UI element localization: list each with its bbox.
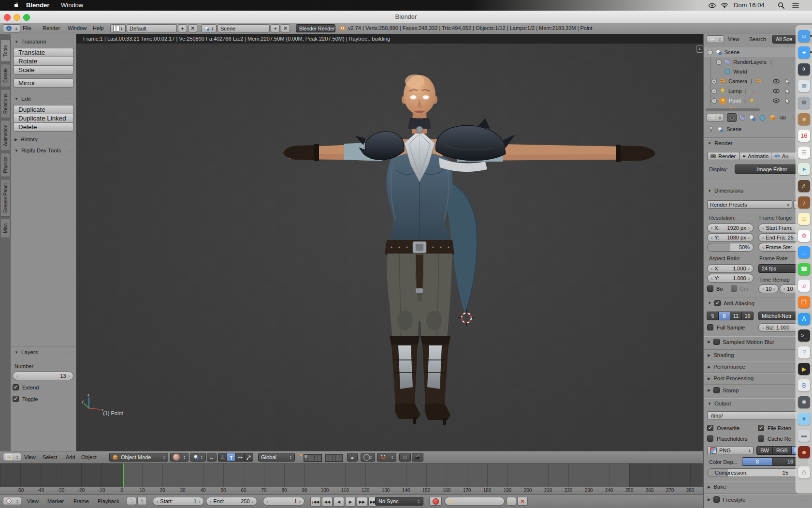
- full-sample-checkbox[interactable]: [707, 324, 713, 330]
- add-menu[interactable]: Add: [66, 454, 75, 460]
- dock-itunes[interactable]: ♫: [798, 280, 810, 292]
- manipulator-axis-button[interactable]: [218, 453, 227, 462]
- dock-question-mark-app[interactable]: ?: [798, 346, 810, 359]
- freestyle-section-header[interactable]: Freestyle: [708, 496, 807, 503]
- transform-orientation-dropdown[interactable]: Global: [258, 453, 295, 462]
- border-checkbox[interactable]: [707, 285, 713, 292]
- tab-misc[interactable]: Misc: [1, 219, 11, 238]
- dock-photos[interactable]: ✿: [798, 230, 810, 242]
- render-section-header[interactable]: Render: [708, 140, 807, 146]
- snap-dropdown[interactable]: [377, 453, 396, 462]
- proportional-edit-dropdown[interactable]: [361, 453, 375, 462]
- panel-drag-handle[interactable]: [67, 137, 73, 142]
- antialiasing-section-header[interactable]: Anti-Aliasing: [708, 300, 807, 306]
- aa-samples-11[interactable]: 11: [730, 312, 742, 320]
- shading-section-header[interactable]: Shading: [708, 352, 807, 358]
- visibility-eye-icon[interactable]: [773, 88, 780, 94]
- post-processing-section-header[interactable]: Post Processing: [708, 375, 807, 381]
- viewport-shading-dropdown[interactable]: [170, 453, 188, 462]
- border-checkbox-row[interactable]: Bo: [707, 285, 723, 292]
- visibility-eye-icon[interactable]: [773, 97, 780, 104]
- zoom-window-button[interactable]: [23, 14, 30, 21]
- resolution-x-field[interactable]: X:1920 px: [707, 224, 754, 232]
- render-animation-button[interactable]: Animatio: [740, 152, 771, 160]
- dock-video-app[interactable]: ▶: [798, 363, 810, 375]
- duplicate-button[interactable]: Duplicate: [14, 105, 73, 114]
- timeline-editor-type-button[interactable]: [3, 497, 21, 505]
- auto-keyframe-record-button[interactable]: [429, 497, 442, 506]
- dock-system-preferences[interactable]: ⚙: [798, 97, 810, 109]
- object-menu[interactable]: Object: [81, 454, 97, 460]
- layers-grid-2[interactable]: [325, 454, 343, 462]
- toggle-checkbox-row[interactable]: Toggle: [13, 396, 38, 402]
- extend-checkbox-row[interactable]: Extend: [13, 384, 39, 390]
- crop-checkbox-row[interactable]: Cro: [731, 285, 749, 292]
- menubar-eye-icon[interactable]: [709, 2, 716, 9]
- freestyle-checkbox[interactable]: [713, 496, 720, 503]
- close-window-button[interactable]: [4, 14, 11, 21]
- expand-icon[interactable]: +: [716, 60, 722, 65]
- outliner-view-menu[interactable]: View: [728, 36, 740, 42]
- placeholders-row[interactable]: Placeholders: [707, 435, 748, 442]
- compression-slider[interactable]: Compression: 15: [707, 468, 810, 477]
- file-menu[interactable]: File: [23, 25, 31, 31]
- timeline-band[interactable]: [0, 463, 703, 487]
- color-mode-bw[interactable]: BW: [756, 446, 773, 455]
- performance-section-header[interactable]: Performance: [708, 364, 807, 370]
- dock-gray-app[interactable]: ▬: [798, 430, 810, 442]
- jump-to-start-button[interactable]: |◀◀: [310, 497, 321, 507]
- delete-scene-button[interactable]: ✕: [281, 24, 290, 32]
- menubar-clock[interactable]: Dom 16:04: [734, 1, 765, 9]
- mirror-button[interactable]: Mirror: [14, 78, 73, 88]
- layers-panel-header[interactable]: Layers: [14, 349, 73, 355]
- translate-button[interactable]: Translate: [14, 48, 73, 57]
- duplicate-linked-button[interactable]: Duplicate Linked: [14, 114, 73, 123]
- aa-samples-16[interactable]: 16: [741, 312, 754, 320]
- timeline-playback-menu[interactable]: Playback: [98, 498, 119, 504]
- layer-number-slider[interactable]: 13: [13, 372, 73, 380]
- dock-calendar[interactable]: 16: [798, 130, 810, 142]
- dock-books[interactable]: ❐: [798, 296, 810, 308]
- collapse-icon[interactable]: −: [708, 50, 713, 55]
- dock-notes[interactable]: ☰: [798, 213, 810, 225]
- delete-button[interactable]: Delete: [14, 122, 73, 132]
- opengl-render-still-button[interactable]: [399, 453, 411, 462]
- dock-game-app[interactable]: ☻: [798, 446, 810, 458]
- panel-drag-handle[interactable]: [67, 97, 73, 101]
- resolution-y-field[interactable]: Y:1080 px: [707, 233, 754, 242]
- stamp-section-header[interactable]: Stamp: [708, 387, 807, 393]
- add-scene-button[interactable]: +: [271, 24, 280, 32]
- prev-keyframe-button[interactable]: ◀◀: [322, 497, 333, 507]
- panel-drag-handle[interactable]: [67, 40, 73, 44]
- outliner-editor-type-button[interactable]: [707, 35, 724, 43]
- dock-safari[interactable]: ✦: [798, 46, 810, 59]
- delete-keyframe-button[interactable]: ✕: [517, 497, 528, 506]
- rotate-button[interactable]: Rotate: [14, 57, 73, 66]
- selectability-cursor-icon[interactable]: [784, 98, 791, 104]
- scene-icon-button[interactable]: [201, 24, 217, 32]
- menubar-app-menu[interactable]: Blender: [26, 1, 49, 9]
- resolution-percent-slider[interactable]: 50%: [707, 243, 754, 252]
- character-model[interactable]: [76, 34, 703, 451]
- dock-facetime[interactable]: ☎: [798, 263, 810, 275]
- placeholders-checkbox[interactable]: [707, 435, 713, 442]
- full-sample-row[interactable]: Full Sample: [707, 324, 745, 330]
- notification-center-icon[interactable]: [792, 1, 799, 9]
- toggle-checkbox[interactable]: [13, 396, 19, 402]
- dimensions-section-header[interactable]: Dimensions: [708, 188, 807, 194]
- rotate-manipulator-button[interactable]: [235, 453, 245, 462]
- dock-app-store[interactable]: A: [798, 313, 810, 325]
- render-presets-dropdown[interactable]: Render Presets: [707, 200, 792, 209]
- scale-button[interactable]: Scale: [14, 65, 73, 75]
- keying-set-field[interactable]: [445, 497, 505, 506]
- file-extensions-row[interactable]: File Exten: [758, 425, 791, 431]
- tab-grease-pencil[interactable]: Grease Pencil: [1, 179, 11, 217]
- panel-drag-handle[interactable]: [800, 497, 807, 502]
- dock-mail[interactable]: ✉: [798, 80, 810, 92]
- menubar-window-menu[interactable]: Window: [61, 1, 83, 9]
- timeline-playhead[interactable]: [123, 463, 124, 487]
- insert-keyframe-button[interactable]: [507, 497, 516, 506]
- play-button[interactable]: ▶: [345, 497, 356, 507]
- remap-old-field[interactable]: 10: [758, 284, 779, 293]
- dock-bluetooth-app[interactable]: B: [798, 379, 810, 391]
